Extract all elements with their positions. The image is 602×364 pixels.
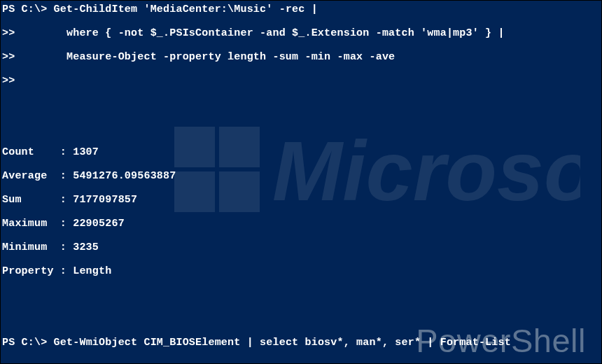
command-text: Get-ChildItem 'MediaCenter:\Music' -rec …: [47, 4, 317, 15]
command-text: where { -not $_.PSIsContainer -and $_.Ex…: [15, 27, 504, 39]
output-label: Sum :: [2, 194, 73, 206]
output-value: 7177097857: [73, 194, 137, 206]
output-label: Count :: [2, 146, 73, 158]
continuation-prompt: >>: [2, 27, 15, 39]
prompt: PS C:\>: [2, 337, 47, 349]
output-value: 1307: [73, 146, 99, 158]
terminal-output[interactable]: PS C:\> Get-ChildItem 'MediaCenter:\Musi…: [1, 1, 601, 364]
prompt: PS C:\>: [2, 4, 47, 15]
command-text: Get-WmiObject CIM_BIOSElement | select b…: [47, 337, 511, 349]
command-text: Measure-Object -property length -sum -mi…: [15, 51, 395, 63]
output-value: 22905267: [73, 218, 125, 230]
output-label: Average :: [2, 170, 73, 182]
output-value: 5491276.09563887: [73, 170, 176, 182]
output-label: Minimum :: [2, 241, 73, 253]
continuation-prompt: >>: [2, 51, 15, 63]
output-value: Length: [73, 265, 111, 277]
output-label: Maximum :: [2, 218, 73, 230]
output-value: 3235: [73, 241, 99, 253]
continuation-prompt: >>: [2, 75, 15, 87]
output-label: Property :: [2, 265, 73, 277]
